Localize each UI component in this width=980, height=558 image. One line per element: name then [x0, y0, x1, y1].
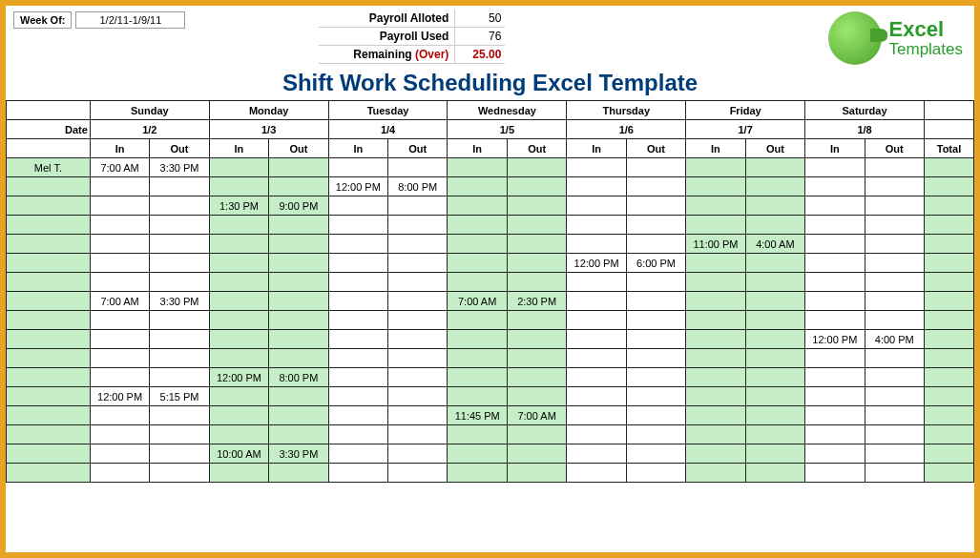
time-cell[interactable]	[90, 330, 149, 349]
time-cell[interactable]	[209, 292, 268, 311]
time-cell[interactable]	[865, 425, 924, 444]
time-cell[interactable]	[507, 196, 566, 216]
time-cell[interactable]	[626, 273, 685, 292]
time-cell[interactable]	[686, 425, 745, 444]
time-cell[interactable]	[745, 368, 804, 387]
time-cell[interactable]	[626, 349, 685, 368]
time-cell[interactable]: 4:00 AM	[745, 235, 804, 254]
time-cell[interactable]	[865, 444, 924, 464]
time-cell[interactable]	[507, 177, 566, 196]
time-cell[interactable]	[865, 273, 924, 292]
time-cell[interactable]	[745, 177, 804, 196]
time-cell[interactable]: 11:45 PM	[448, 406, 507, 425]
time-cell[interactable]	[626, 425, 685, 444]
time-cell[interactable]	[388, 311, 448, 330]
employee-name-cell[interactable]	[7, 254, 91, 273]
date-header[interactable]: 1/8	[805, 120, 925, 139]
time-cell[interactable]	[269, 387, 328, 406]
time-cell[interactable]	[209, 216, 268, 235]
employee-name-cell[interactable]	[7, 368, 91, 387]
time-cell[interactable]	[90, 425, 149, 444]
time-cell[interactable]	[567, 311, 626, 330]
time-cell[interactable]	[507, 216, 566, 235]
employee-name-cell[interactable]	[7, 292, 91, 311]
time-cell[interactable]	[507, 235, 566, 254]
employee-name-cell[interactable]	[7, 216, 91, 235]
time-cell[interactable]	[150, 406, 209, 425]
time-cell[interactable]	[150, 349, 209, 368]
time-cell[interactable]	[209, 387, 268, 406]
time-cell[interactable]	[150, 368, 209, 387]
time-cell[interactable]	[209, 273, 268, 292]
time-cell[interactable]	[507, 330, 566, 349]
time-cell[interactable]	[865, 406, 924, 425]
time-cell[interactable]	[328, 254, 387, 273]
date-header[interactable]: 1/5	[448, 120, 567, 139]
time-cell[interactable]	[388, 425, 448, 444]
time-cell[interactable]	[745, 464, 804, 483]
time-cell[interactable]	[745, 254, 804, 273]
time-cell[interactable]	[805, 444, 865, 464]
time-cell[interactable]	[686, 311, 745, 330]
time-cell[interactable]	[865, 292, 924, 311]
time-cell[interactable]	[448, 425, 507, 444]
time-cell[interactable]	[507, 464, 566, 483]
employee-name-cell[interactable]: Mel T.	[7, 158, 91, 177]
time-cell[interactable]	[388, 330, 448, 349]
time-cell[interactable]	[567, 158, 626, 177]
time-cell[interactable]	[269, 464, 328, 483]
time-cell[interactable]	[507, 387, 566, 406]
time-cell[interactable]	[686, 177, 745, 196]
time-cell[interactable]	[328, 368, 387, 387]
time-cell[interactable]	[686, 273, 745, 292]
time-cell[interactable]	[626, 235, 685, 254]
time-cell[interactable]	[805, 425, 865, 444]
time-cell[interactable]	[150, 330, 209, 349]
time-cell[interactable]	[626, 464, 685, 483]
date-header[interactable]: 1/7	[686, 120, 805, 139]
time-cell[interactable]	[567, 387, 626, 406]
time-cell[interactable]	[90, 444, 149, 464]
time-cell[interactable]: 6:00 PM	[626, 254, 685, 273]
date-header[interactable]: 1/4	[328, 120, 448, 139]
time-cell[interactable]	[805, 273, 865, 292]
time-cell[interactable]: 12:00 PM	[328, 177, 387, 196]
time-cell[interactable]	[805, 196, 865, 216]
time-cell[interactable]	[269, 349, 328, 368]
time-cell[interactable]	[745, 216, 804, 235]
time-cell[interactable]	[448, 216, 507, 235]
employee-name-cell[interactable]	[7, 196, 91, 216]
time-cell[interactable]	[865, 311, 924, 330]
time-cell[interactable]	[626, 387, 685, 406]
time-cell[interactable]	[90, 254, 149, 273]
time-cell[interactable]	[686, 330, 745, 349]
time-cell[interactable]	[507, 425, 566, 444]
time-cell[interactable]	[150, 177, 209, 196]
time-cell[interactable]	[90, 177, 149, 196]
time-cell[interactable]	[567, 216, 626, 235]
time-cell[interactable]	[448, 330, 507, 349]
time-cell[interactable]	[567, 349, 626, 368]
time-cell[interactable]	[269, 292, 328, 311]
time-cell[interactable]	[865, 254, 924, 273]
time-cell[interactable]	[448, 368, 507, 387]
time-cell[interactable]	[507, 349, 566, 368]
time-cell[interactable]	[507, 444, 566, 464]
time-cell[interactable]	[805, 406, 865, 425]
time-cell[interactable]	[388, 349, 448, 368]
time-cell[interactable]	[388, 254, 448, 273]
time-cell[interactable]	[388, 292, 448, 311]
time-cell[interactable]	[150, 444, 209, 464]
time-cell[interactable]	[328, 311, 387, 330]
time-cell[interactable]: 7:00 AM	[90, 158, 149, 177]
time-cell[interactable]: 4:00 PM	[865, 330, 924, 349]
employee-name-cell[interactable]	[7, 330, 91, 349]
time-cell[interactable]	[448, 387, 507, 406]
time-cell[interactable]: 7:00 AM	[90, 292, 149, 311]
employee-name-cell[interactable]	[7, 464, 91, 483]
time-cell[interactable]	[328, 349, 387, 368]
date-header[interactable]: 1/2	[90, 120, 209, 139]
time-cell[interactable]	[626, 196, 685, 216]
time-cell[interactable]	[567, 330, 626, 349]
time-cell[interactable]: 8:00 PM	[269, 368, 328, 387]
